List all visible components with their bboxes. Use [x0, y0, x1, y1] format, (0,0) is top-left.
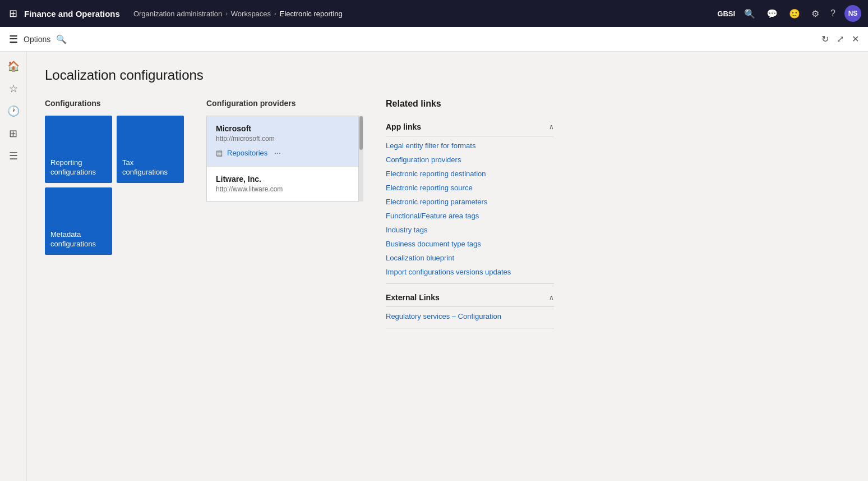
sidebar-item-workspaces[interactable]: ⊞ [3, 123, 24, 144]
link-functional-tags[interactable]: Functional/Feature area tags [386, 209, 554, 223]
app-links-header[interactable]: App links ∧ [386, 118, 554, 136]
related-links-section: Related links App links ∧ Legal entity f… [386, 99, 554, 333]
providers-section-title: Configuration providers [206, 99, 363, 108]
providers-scroll-thumb [359, 116, 363, 150]
link-er-parameters[interactable]: Electronic reporting parameters [386, 195, 554, 209]
top-nav: ⊞ Finance and Operations Organization ad… [0, 0, 868, 27]
app-links-group: App links ∧ Legal entity filter for form… [386, 118, 554, 284]
external-links-group: External Links ∧ Regulatory services – C… [386, 288, 554, 328]
page-title: Localization configurations [45, 67, 850, 83]
link-localization-blueprint[interactable]: Localization blueprint [386, 251, 554, 265]
feedback-icon[interactable]: 🙂 [787, 6, 802, 21]
external-links-footer [386, 328, 554, 328]
expand-icon[interactable]: ⤢ [837, 34, 844, 44]
sidebar-item-favorites[interactable]: ☆ [3, 79, 24, 99]
sidebar: 🏠 ☆ 🕐 ⊞ ☰ [0, 52, 27, 481]
app-links-title: App links [386, 122, 421, 131]
tile-reporting[interactable]: Reporting configurations [45, 116, 112, 183]
chevron-icon-2: › [274, 10, 276, 17]
provider-url-microsoft: http://microsoft.com [216, 135, 349, 143]
top-nav-right: GBSI 🔍 💬 🙂 ⚙ ? NS [717, 5, 861, 22]
ellipsis-button[interactable]: ··· [272, 147, 283, 158]
help-icon[interactable]: ? [828, 6, 838, 21]
tiles-grid: Reporting configurations Tax configurati… [45, 116, 184, 255]
app-links-chevron: ∧ [549, 123, 554, 131]
configurations-section: Configurations Reporting configurations … [45, 99, 184, 255]
providers-wrapper: Microsoft http://microsoft.com ▤ Reposit… [206, 116, 363, 201]
provider-item-microsoft[interactable]: Microsoft http://microsoft.com ▤ Reposit… [207, 116, 358, 167]
company-badge: GBSI [717, 10, 735, 18]
avatar[interactable]: NS [844, 5, 861, 22]
link-config-providers[interactable]: Configuration providers [386, 153, 554, 167]
close-icon[interactable]: ✕ [852, 34, 859, 44]
sections-row: Configurations Reporting configurations … [45, 99, 850, 333]
providers-scrollbar[interactable] [359, 116, 363, 201]
breadcrumb-electronic-reporting[interactable]: Electronic reporting [280, 10, 343, 18]
link-er-source[interactable]: Electronic reporting source [386, 181, 554, 195]
link-industry-tags[interactable]: Industry tags [386, 223, 554, 237]
tile-metadata[interactable]: Metadata configurations [45, 187, 112, 255]
external-links-title: External Links [386, 293, 440, 302]
app-title: Finance and Operations [24, 9, 120, 19]
refresh-icon[interactable]: ↻ [821, 34, 829, 44]
message-icon[interactable]: 💬 [764, 6, 780, 21]
search-icon[interactable]: 🔍 [742, 6, 758, 21]
options-label: Options [24, 35, 50, 44]
options-bar: ☰ Options 🔍 ↻ ⤢ ✕ [0, 27, 868, 52]
content-area: Localization configurations Configuratio… [27, 52, 868, 481]
related-links-title: Related links [386, 99, 554, 109]
grid-icon[interactable]: ⊞ [7, 5, 20, 22]
external-links-chevron: ∧ [549, 294, 554, 301]
provider-item-litware[interactable]: Litware, Inc. http://www.litware.com [207, 167, 358, 201]
main-layout: 🏠 ☆ 🕐 ⊞ ☰ Localization configurations Co… [0, 52, 868, 481]
hamburger-icon[interactable]: ☰ [9, 33, 18, 45]
provider-name-litware: Litware, Inc. [216, 175, 349, 184]
breadcrumb-workspaces[interactable]: Workspaces [231, 10, 271, 18]
sidebar-item-recent[interactable]: 🕐 [3, 101, 24, 121]
provider-name-microsoft: Microsoft [216, 124, 349, 133]
provider-actions-microsoft: ▤ Repositories ··· [216, 147, 349, 158]
configuration-providers-section: Configuration providers Microsoft http:/… [206, 99, 363, 201]
options-bar-right: ↻ ⤢ ✕ [821, 34, 859, 44]
link-er-destination[interactable]: Electronic reporting destination [386, 167, 554, 181]
link-legal-entity[interactable]: Legal entity filter for formats [386, 139, 554, 153]
tile-tax[interactable]: Tax configurations [117, 116, 184, 183]
sidebar-item-home[interactable]: 🏠 [3, 56, 24, 76]
sidebar-item-list[interactable]: ☰ [3, 146, 24, 166]
configurations-section-title: Configurations [45, 99, 184, 108]
breadcrumb-org-admin[interactable]: Organization administration [133, 10, 222, 18]
chevron-icon-1: › [225, 10, 228, 17]
external-links-header[interactable]: External Links ∧ [386, 288, 554, 307]
settings-icon[interactable]: ⚙ [809, 6, 821, 21]
link-business-doc-tags[interactable]: Business document type tags [386, 237, 554, 251]
link-import-configs[interactable]: Import configurations versions updates [386, 265, 554, 279]
options-search-icon[interactable]: 🔍 [56, 34, 67, 44]
app-links-footer [386, 283, 554, 284]
provider-url-litware: http://www.litware.com [216, 185, 349, 193]
breadcrumb: Organization administration › Workspaces… [133, 10, 713, 18]
repositories-icon: ▤ [216, 149, 223, 157]
repositories-link[interactable]: Repositories [227, 149, 267, 157]
providers-list: Microsoft http://microsoft.com ▤ Reposit… [206, 116, 359, 201]
link-regulatory-services[interactable]: Regulatory services – Configuration [386, 309, 554, 323]
options-bar-left: ☰ Options 🔍 [9, 33, 67, 45]
